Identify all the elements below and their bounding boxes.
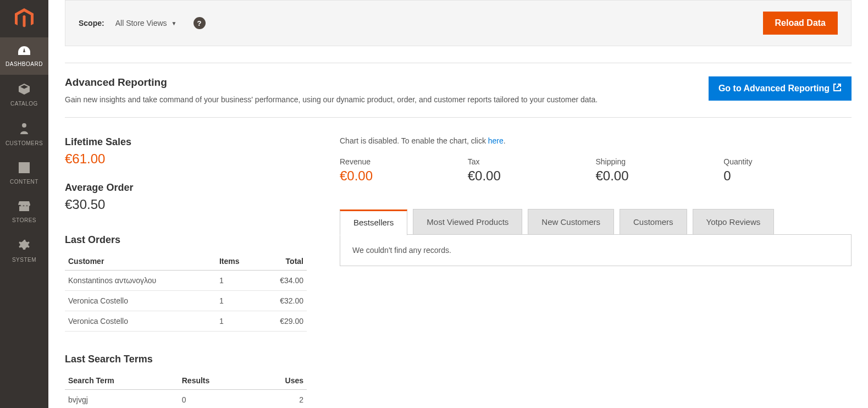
lifetime-sales-block: Lifetime Sales €61.00 xyxy=(65,136,307,167)
magento-logo-icon xyxy=(15,8,34,29)
metric-revenue: Revenue €0.00 xyxy=(340,157,468,184)
average-order-block: Average Order €30.50 xyxy=(65,182,307,212)
sidebar-item-system[interactable]: SYSTEM xyxy=(0,231,48,271)
metric-shipping: Shipping €0.00 xyxy=(596,157,724,184)
advanced-reporting-section: Advanced Reporting Gain new insights and… xyxy=(65,63,852,118)
sidebar-item-label: CATALOG xyxy=(10,101,38,107)
last-orders-table: Customer Items Total Konstantinos αντωνο… xyxy=(65,252,307,332)
metrics-row: Revenue €0.00 Tax €0.00 Shipping €0.00 Q… xyxy=(340,157,852,184)
dashboard-tabs: BestsellersMost Viewed ProductsNew Custo… xyxy=(340,209,852,235)
admin-sidebar: DASHBOARDCATALOGCUSTOMERSCONTENTSTORESSY… xyxy=(0,0,48,408)
metric-tax-value: €0.00 xyxy=(468,168,596,184)
search-uses: 2 xyxy=(253,390,307,409)
metric-shipping-value: €0.00 xyxy=(596,168,724,184)
magento-logo[interactable] xyxy=(0,0,48,37)
scope-selector[interactable]: All Store Views ▼ xyxy=(115,19,177,27)
tab-content-bestsellers: We couldn't find any records. xyxy=(340,234,852,266)
sidebar-item-content[interactable]: CONTENT xyxy=(0,154,48,192)
no-records-message: We couldn't find any records. xyxy=(352,246,839,255)
metric-quantity-value: 0 xyxy=(723,168,852,184)
chevron-down-icon: ▼ xyxy=(172,20,177,26)
average-order-value: €30.50 xyxy=(65,197,307,212)
chart-disabled-prefix: Chart is disabled. To enable the chart, … xyxy=(340,136,488,145)
order-items: 1 xyxy=(216,311,259,332)
last-orders-header-total: Total xyxy=(258,252,307,271)
last-search-terms-section: Last Search Terms Search Term Results Us… xyxy=(65,354,307,408)
table-row[interactable]: Konstantinos αντωνογλου1€34.00 xyxy=(65,271,307,291)
last-search-terms-title: Last Search Terms xyxy=(65,354,307,365)
last-orders-title: Last Orders xyxy=(65,234,307,246)
sidebar-item-label: CUSTOMERS xyxy=(5,140,43,146)
lifetime-sales-value: €61.00 xyxy=(65,151,307,167)
metric-revenue-label: Revenue xyxy=(340,157,468,166)
scope-label: Scope: xyxy=(79,19,104,27)
advanced-reporting-description: Gain new insights and take command of yo… xyxy=(65,95,698,104)
order-total: €32.00 xyxy=(258,291,307,311)
sidebar-item-label: STORES xyxy=(12,217,36,223)
chart-enable-link[interactable]: here xyxy=(488,136,504,145)
order-customer: Konstantinos αντωνογλου xyxy=(65,271,216,291)
customers-icon xyxy=(19,122,30,137)
sidebar-item-catalog[interactable]: CATALOG xyxy=(0,75,48,114)
content-icon xyxy=(18,162,30,175)
search-header-results: Results xyxy=(179,372,253,390)
stores-icon xyxy=(17,200,31,214)
table-row[interactable]: Veronica Costello1€32.00 xyxy=(65,291,307,311)
metric-tax-label: Tax xyxy=(468,157,596,166)
search-header-term: Search Term xyxy=(65,372,179,390)
last-orders-section: Last Orders Customer Items Total Konstan… xyxy=(65,234,307,332)
chart-disabled-message: Chart is disabled. To enable the chart, … xyxy=(340,136,852,145)
tab-newcust[interactable]: New Customers xyxy=(528,209,614,235)
metric-quantity: Quantity 0 xyxy=(723,157,852,184)
table-row[interactable]: bvjvgj02 xyxy=(65,390,307,409)
search-results: 0 xyxy=(179,390,253,409)
catalog-icon xyxy=(18,82,31,97)
order-customer: Veronica Costello xyxy=(65,311,216,332)
advanced-reporting-button-label: Go to Advanced Reporting xyxy=(718,84,830,93)
sidebar-item-label: SYSTEM xyxy=(12,257,36,263)
tab-bestsellers[interactable]: Bestsellers xyxy=(340,209,407,235)
metric-quantity-label: Quantity xyxy=(723,157,852,166)
chart-disabled-suffix: . xyxy=(504,136,506,145)
order-customer: Veronica Costello xyxy=(65,291,216,311)
dashboard-icon xyxy=(17,45,31,58)
metric-tax: Tax €0.00 xyxy=(468,157,596,184)
table-row[interactable]: Veronica Costello1€29.00 xyxy=(65,311,307,332)
order-total: €34.00 xyxy=(258,271,307,291)
last-orders-header-items: Items xyxy=(216,252,259,271)
system-icon xyxy=(18,239,31,253)
advanced-reporting-title: Advanced Reporting xyxy=(65,76,698,89)
main-content: Scope: All Store Views ▼ ? Reload Data A… xyxy=(48,0,868,408)
search-term: bvjvgj xyxy=(65,390,179,409)
search-header-uses: Uses xyxy=(253,372,307,390)
sidebar-item-stores[interactable]: STORES xyxy=(0,192,48,231)
help-icon[interactable]: ? xyxy=(193,17,206,29)
lifetime-sales-label: Lifetime Sales xyxy=(65,136,307,148)
metric-revenue-value: €0.00 xyxy=(340,168,468,184)
order-items: 1 xyxy=(216,291,259,311)
reload-data-button[interactable]: Reload Data xyxy=(763,12,838,35)
metric-shipping-label: Shipping xyxy=(596,157,724,166)
order-total: €29.00 xyxy=(258,311,307,332)
external-link-icon xyxy=(833,83,842,94)
average-order-label: Average Order xyxy=(65,182,307,194)
sidebar-item-label: DASHBOARD xyxy=(5,61,43,67)
tab-yotpo[interactable]: Yotpo Reviews xyxy=(693,209,775,235)
tab-mostviewed[interactable]: Most Viewed Products xyxy=(413,209,522,235)
sidebar-item-dashboard[interactable]: DASHBOARD xyxy=(0,37,48,75)
last-orders-header-customer: Customer xyxy=(65,252,216,271)
sidebar-item-customers[interactable]: CUSTOMERS xyxy=(0,114,48,154)
tab-customers[interactable]: Customers xyxy=(620,209,687,235)
order-items: 1 xyxy=(216,271,259,291)
scope-selected-text: All Store Views xyxy=(115,19,167,27)
sidebar-item-label: CONTENT xyxy=(10,179,38,185)
go-to-advanced-reporting-button[interactable]: Go to Advanced Reporting xyxy=(709,76,852,101)
scope-bar: Scope: All Store Views ▼ ? Reload Data xyxy=(65,0,852,46)
last-search-terms-table: Search Term Results Uses bvjvgj02 xyxy=(65,372,307,408)
